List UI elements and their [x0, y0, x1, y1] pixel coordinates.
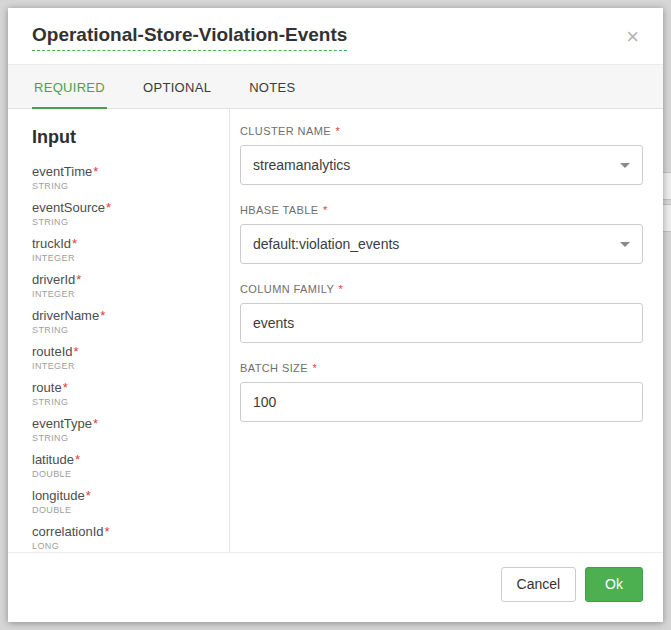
schema-field-type: STRING: [32, 181, 219, 191]
schema-field-type: STRING: [32, 217, 219, 227]
modal-content: Input eventTime* STRING eventSource* STR…: [8, 109, 663, 552]
schema-field-name: driverName*: [32, 308, 219, 323]
cluster-name-label: CLUSTER NAME *: [240, 125, 643, 137]
required-asterisk: *: [312, 362, 317, 374]
column-family-input[interactable]: [240, 303, 643, 343]
required-asterisk: *: [75, 452, 80, 467]
schema-field-type: LONG: [32, 541, 219, 551]
tab-notes[interactable]: NOTES: [247, 65, 297, 109]
required-asterisk: *: [100, 308, 105, 323]
batch-size-label: BATCH SIZE *: [240, 362, 643, 374]
schema-field-eventType: eventType* STRING: [32, 416, 219, 443]
hbase-table-select[interactable]: default:violation_events: [240, 224, 643, 264]
schema-field-name: latitude*: [32, 452, 219, 467]
schema-field-type: STRING: [32, 325, 219, 335]
required-asterisk: *: [93, 164, 98, 179]
ok-button[interactable]: Ok: [585, 567, 643, 602]
tab-optional[interactable]: OPTIONAL: [141, 65, 213, 109]
schema-field-driverId: driverId* INTEGER: [32, 272, 219, 299]
hbase-table-label: HBASE TABLE *: [240, 204, 643, 216]
input-schema-panel: Input eventTime* STRING eventSource* STR…: [8, 109, 230, 552]
modal-title[interactable]: Operational-Store-Violation-Events: [32, 24, 347, 51]
schema-field-eventTime: eventTime* STRING: [32, 164, 219, 191]
required-asterisk: *: [106, 200, 111, 215]
schema-field-name: routeId*: [32, 344, 219, 359]
close-icon[interactable]: ×: [622, 24, 643, 50]
schema-field-type: INTEGER: [32, 361, 219, 371]
page-background: Operational-Store-Violation-Events × REQ…: [0, 0, 671, 630]
required-asterisk: *: [63, 380, 68, 395]
required-asterisk: *: [73, 344, 78, 359]
tab-required[interactable]: REQUIRED: [32, 65, 107, 109]
component-config-modal: Operational-Store-Violation-Events × REQ…: [8, 8, 663, 622]
required-asterisk: *: [335, 125, 340, 137]
required-asterisk: *: [86, 488, 91, 503]
schema-field-eventSource: eventSource* STRING: [32, 200, 219, 227]
schema-field-type: INTEGER: [32, 289, 219, 299]
column-family-label: COLUMN FAMILY *: [240, 283, 643, 295]
schema-field-type: STRING: [32, 397, 219, 407]
required-asterisk: *: [76, 272, 81, 287]
cluster-name-select[interactable]: streamanalytics: [240, 145, 643, 185]
schema-field-name: longitude*: [32, 488, 219, 503]
schema-field-driverName: driverName* STRING: [32, 308, 219, 335]
required-asterisk: *: [105, 524, 110, 539]
schema-field-name: route*: [32, 380, 219, 395]
tab-bar: REQUIRED OPTIONAL NOTES: [8, 64, 663, 109]
form-group-column-family: COLUMN FAMILY *: [240, 283, 643, 343]
required-asterisk: *: [339, 283, 344, 295]
cluster-name-value: streamanalytics: [253, 157, 350, 173]
schema-field-truckId: truckId* INTEGER: [32, 236, 219, 263]
schema-field-type: DOUBLE: [32, 505, 219, 515]
schema-field-name: eventSource*: [32, 200, 219, 215]
chevron-down-icon: [620, 242, 630, 247]
modal-footer: Cancel Ok: [8, 552, 663, 622]
form-group-hbase-table: HBASE TABLE * default:violation_events: [240, 204, 643, 264]
schema-field-type: STRING: [32, 433, 219, 443]
schema-field-routeId: routeId* INTEGER: [32, 344, 219, 371]
cancel-button[interactable]: Cancel: [501, 567, 577, 602]
required-asterisk: *: [93, 416, 98, 431]
modal-header: Operational-Store-Violation-Events ×: [8, 8, 663, 64]
config-form: CLUSTER NAME * streamanalytics HBASE TAB…: [230, 109, 663, 552]
schema-field-type: INTEGER: [32, 253, 219, 263]
schema-field-name: eventType*: [32, 416, 219, 431]
schema-field-longitude: longitude* DOUBLE: [32, 488, 219, 515]
required-asterisk: *: [323, 204, 328, 216]
schema-field-correlationId: correlationId* LONG: [32, 524, 219, 551]
chevron-down-icon: [620, 163, 630, 168]
required-asterisk: *: [72, 236, 77, 251]
schema-field-name: truckId*: [32, 236, 219, 251]
batch-size-input[interactable]: [240, 382, 643, 422]
form-group-cluster-name: CLUSTER NAME * streamanalytics: [240, 125, 643, 185]
schema-field-type: DOUBLE: [32, 469, 219, 479]
schema-field-name: driverId*: [32, 272, 219, 287]
schema-field-name: correlationId*: [32, 524, 219, 539]
hbase-table-value: default:violation_events: [253, 236, 399, 252]
schema-field-name: eventTime*: [32, 164, 219, 179]
schema-field-route: route* STRING: [32, 380, 219, 407]
schema-field-latitude: latitude* DOUBLE: [32, 452, 219, 479]
input-heading: Input: [32, 127, 219, 148]
form-group-batch-size: BATCH SIZE *: [240, 362, 643, 422]
